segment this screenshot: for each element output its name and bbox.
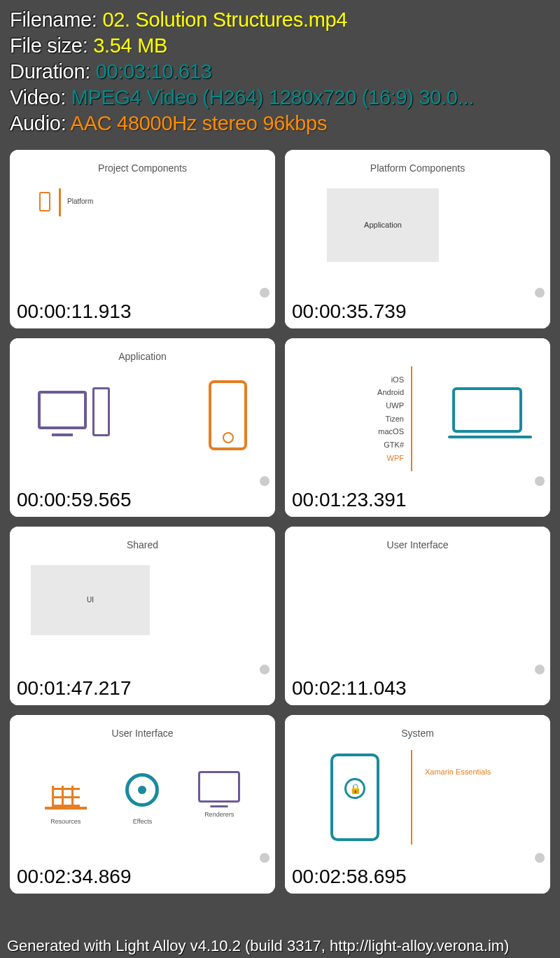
lock-icon: 🔒 <box>344 778 365 799</box>
watermark-icon <box>535 476 545 486</box>
slide-title: Platform Components <box>285 150 550 174</box>
resources-item: Resources <box>45 771 87 825</box>
filename-row: Filename: 02. Solution Structures.mp4 <box>10 7 550 33</box>
thumbnail-1[interactable]: Project Components Platform 00:00:11.913 <box>10 150 275 328</box>
watermark-icon <box>535 853 545 863</box>
item-label: Resources <box>45 818 87 825</box>
watermark-icon <box>260 476 270 486</box>
thumbnail-body: Project Components Platform <box>10 150 275 296</box>
watermark-icon <box>535 288 545 298</box>
slide-title: User Interface <box>10 715 275 739</box>
monitor-icon <box>38 391 87 429</box>
item-label: Renderers <box>198 811 240 818</box>
thumbnail-6[interactable]: User Interface 00:02:11.043 <box>285 527 550 705</box>
thumbnail-7[interactable]: User Interface Resources Effects Rendere… <box>10 715 275 894</box>
slide-title: User Interface <box>285 527 550 550</box>
audio-label: Audio: <box>10 112 71 134</box>
watermark-icon <box>535 665 545 674</box>
thumbnail-body: Application <box>10 338 275 485</box>
phone-icon <box>39 192 50 211</box>
timestamp: 00:01:47.217 <box>10 673 275 705</box>
timestamp: 00:00:59.565 <box>10 485 275 517</box>
filename-label: Filename: <box>10 8 102 31</box>
video-label: Video: <box>10 86 71 109</box>
gear-icon <box>121 771 163 810</box>
divider-bar <box>411 366 412 471</box>
slide-title: Shared <box>10 527 275 550</box>
thumbnail-8[interactable]: System 🔒 Xamarin Essentials 00:02:58.695 <box>285 715 550 894</box>
duration-row: Duration: 00:03:10.613 <box>10 59 550 85</box>
list-item: iOS <box>362 373 404 387</box>
video-value: MPEG4 Video (H264) 1280x720 (16:9) 30.0.… <box>71 86 474 109</box>
xamarin-label: Xamarin Essentials <box>425 768 491 776</box>
timestamp: 00:00:35.739 <box>285 296 550 328</box>
timestamp: 00:00:11.913 <box>10 296 275 328</box>
divider-bar <box>411 750 412 845</box>
duration-value: 00:03:10.613 <box>96 60 212 83</box>
list-item: Android <box>362 386 404 399</box>
thumbnail-2[interactable]: Platform Components Application 00:00:35… <box>285 150 550 328</box>
laptop-icon <box>452 387 522 433</box>
platform-list: iOS Android UWP Tizen macOS GTK# WPF <box>362 373 404 465</box>
filesize-label: File size: <box>10 34 93 57</box>
slide-title: Project Components <box>10 150 275 174</box>
metadata-header: Filename: 02. Solution Structures.mp4 Fi… <box>0 0 560 150</box>
thumbnail-body: Shared UI <box>10 527 275 673</box>
thumbnail-body: System 🔒 Xamarin Essentials <box>285 715 550 861</box>
slide-title: Application <box>10 338 275 362</box>
thumbnail-grid: Project Components Platform 00:00:11.913… <box>0 150 560 894</box>
item-label: Effects <box>121 818 163 825</box>
tower-icon <box>92 387 110 436</box>
watermark-icon <box>260 665 270 674</box>
renderers-item: Renderers <box>198 771 240 825</box>
audio-value: AAC 48000Hz stereo 96kbps <box>71 112 328 134</box>
phone-icon: 🔒 <box>330 754 379 841</box>
video-row: Video: MPEG4 Video (H264) 1280x720 (16:9… <box>10 85 550 111</box>
effects-item: Effects <box>121 771 163 825</box>
watermark-icon <box>260 853 270 863</box>
duration-label: Duration: <box>10 60 96 83</box>
timestamp: 00:02:58.695 <box>285 861 550 894</box>
thumbnail-body: Platform Components Application <box>285 150 550 296</box>
divider-bar <box>59 188 61 216</box>
thumbnail-4[interactable]: iOS Android UWP Tizen macOS GTK# WPF 00:… <box>285 338 550 517</box>
ui-box: UI <box>31 565 150 635</box>
list-item: WPF <box>362 452 404 465</box>
list-item: macOS <box>362 425 404 438</box>
thumbnail-body: User Interface Resources Effects Rendere… <box>10 715 275 861</box>
list-item: UWP <box>362 399 404 412</box>
filename-value: 02. Solution Structures.mp4 <box>102 8 347 31</box>
audio-row: Audio: AAC 48000Hz stereo 96kbps <box>10 111 550 137</box>
bricks-icon <box>45 771 87 810</box>
platform-label: Platform <box>67 197 93 205</box>
timestamp: 00:01:23.391 <box>285 485 550 517</box>
application-box: Application <box>327 188 439 262</box>
slide-title: System <box>285 715 550 739</box>
thumbnail-3[interactable]: Application 00:00:59.565 <box>10 338 275 517</box>
filesize-row: File size: 3.54 MB <box>10 33 550 59</box>
icon-row: Resources Effects Renderers <box>10 771 275 825</box>
monitor-icon <box>198 771 240 803</box>
timestamp: 00:02:34.869 <box>10 861 275 894</box>
watermark-icon <box>260 288 270 298</box>
list-item: GTK# <box>362 438 404 452</box>
thumbnail-body: User Interface <box>285 527 550 673</box>
filesize-value: 3.54 MB <box>93 34 167 57</box>
thumbnail-body: iOS Android UWP Tizen macOS GTK# WPF <box>285 338 550 485</box>
list-item: Tizen <box>362 412 404 426</box>
timestamp: 00:02:11.043 <box>285 673 550 705</box>
phone-icon <box>209 380 247 450</box>
generator-footer: Generated with Light Alloy v4.10.2 (buil… <box>7 937 509 955</box>
thumbnail-5[interactable]: Shared UI 00:01:47.217 <box>10 527 275 705</box>
